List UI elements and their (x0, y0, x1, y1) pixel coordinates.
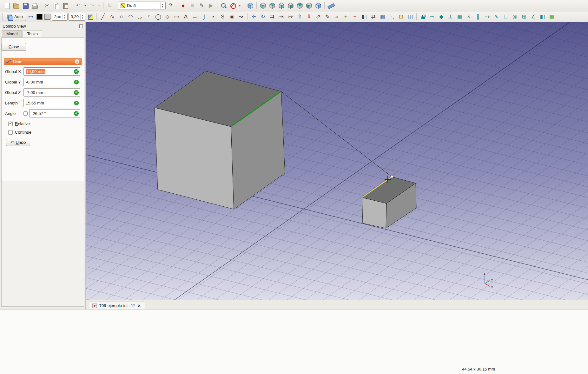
3d-viewport[interactable]: z Y x (86, 22, 588, 300)
close-document-icon[interactable] (137, 304, 142, 308)
draft-shape2dview-button[interactable]: ◧ (360, 13, 368, 21)
open-file-button[interactable] (12, 2, 20, 10)
draft-add-point-button[interactable]: + (341, 13, 350, 21)
draft-bezier-button[interactable]: ↝ (237, 13, 245, 21)
line-width-spinner[interactable]: 2px (52, 13, 68, 21)
toggle-construction-button[interactable]: ⊶ (27, 13, 35, 21)
draft-line-button[interactable]: ╱ (99, 13, 107, 21)
refresh-button[interactable]: ↻ (105, 2, 114, 10)
global-x-input[interactable]: 14,00 mm (23, 67, 80, 76)
draft-move-button[interactable]: ✛ (249, 13, 258, 21)
global-y-input[interactable]: -0,00 mm (23, 78, 80, 86)
snap-parallel-button[interactable]: ∥ (474, 13, 482, 21)
view-isometric-button[interactable] (246, 2, 254, 10)
draft-ellipse-button[interactable]: ◯ (154, 13, 162, 21)
snap-midpoint-button[interactable]: ◆ (437, 13, 446, 21)
view-rear-button[interactable] (286, 2, 295, 10)
draft-polyline-button[interactable]: ∿ (108, 13, 116, 21)
save-button[interactable] (21, 2, 30, 10)
draw-style-dropdown[interactable]: ▾ (238, 2, 242, 10)
draft-upgrade-button[interactable]: ⇧ (295, 13, 304, 21)
draft-wire-to-bspline-button[interactable]: ≈ (332, 13, 341, 21)
snap-extension-button[interactable]: ⇢ (483, 13, 492, 21)
whats-this-button[interactable]: ? (166, 2, 175, 10)
draft-rectangle-button[interactable]: ▭ (172, 13, 181, 21)
draft-array-button[interactable]: ▦ (378, 13, 387, 21)
draft-point-button[interactable]: • (209, 13, 218, 21)
global-z-input[interactable]: -7,00 mm (23, 88, 80, 97)
view-axonometric-button[interactable] (314, 2, 322, 10)
snap-perpendicular-button[interactable]: ⊥ (446, 13, 455, 21)
macro-record-button[interactable]: ● (179, 2, 188, 10)
zoom-fit-button[interactable] (219, 2, 228, 10)
close-button[interactable]: Close (2, 43, 26, 51)
snap-dimensions-button[interactable]: ⊞ (520, 13, 528, 21)
snap-lock-button[interactable] (419, 13, 427, 21)
undo-dropdown[interactable]: ▾ (83, 2, 87, 10)
draft-clone-button[interactable]: ⊡ (397, 13, 405, 21)
draft-to-sketch-button[interactable]: ⇄ (369, 13, 378, 21)
snap-center-button[interactable]: ◎ (511, 13, 519, 21)
draft-rotate-button[interactable]: ↻ (259, 13, 267, 21)
draft-scale-button[interactable]: ⇗ (314, 13, 322, 21)
view-bottom-button[interactable] (295, 2, 304, 10)
new-file-button[interactable] (3, 2, 11, 10)
collapse-icon[interactable] (75, 59, 79, 64)
continue-checkbox[interactable] (8, 130, 13, 135)
snap-working-plane-button[interactable]: ◧ (538, 13, 547, 21)
length-input[interactable]: 15,65 mm (23, 99, 80, 107)
tab-tasks[interactable]: Tasks (23, 30, 42, 37)
copy-button[interactable] (52, 2, 61, 10)
draft-shapestring-button[interactable]: S (218, 13, 227, 21)
line-task-header[interactable]: Line (4, 58, 82, 65)
snap-ortho-button[interactable]: ∟ (501, 13, 510, 21)
draft-arc-3points-button[interactable]: ◡ (135, 13, 144, 21)
face-color-swatch[interactable] (44, 14, 50, 20)
macro-edit-button[interactable]: ✎ (197, 2, 206, 10)
draft-downgrade-button[interactable]: ⇩ (305, 13, 313, 21)
viewport-canvas[interactable]: z Y x (86, 22, 588, 300)
undo-task-button[interactable]: Undo (6, 139, 30, 146)
text-scale-spinner[interactable]: 0,20 (68, 13, 85, 21)
draft-bspline-button[interactable]: ∫ (200, 13, 208, 21)
dock-float-icon[interactable] (79, 24, 83, 28)
draft-arc-button[interactable]: ◠ (126, 13, 135, 21)
draft-stretch-button[interactable]: ↦ (286, 13, 295, 21)
redo-dropdown[interactable]: ▾ (97, 2, 101, 10)
draft-trimex-button[interactable]: ⇥ (277, 13, 286, 21)
draft-facebinder-button[interactable]: ▣ (228, 13, 236, 21)
draft-dimension-button[interactable]: ↔ (191, 13, 199, 21)
view-top-button[interactable] (268, 2, 276, 10)
draft-edit-button[interactable]: ✎ (323, 13, 332, 21)
snap-grid-button[interactable]: ▦ (455, 13, 464, 21)
draft-remove-point-button[interactable]: − (351, 13, 359, 21)
angle-checkbox[interactable] (23, 111, 28, 116)
print-button[interactable] (30, 2, 39, 10)
paste-button[interactable] (61, 2, 70, 10)
snap-intersection-button[interactable]: × (465, 13, 473, 21)
draft-circle-button[interactable]: ○ (117, 13, 126, 21)
redo-button[interactable]: ↷ (88, 2, 96, 10)
snap-angle-button[interactable]: ∠ (529, 13, 538, 21)
draw-style-button[interactable] (228, 2, 237, 10)
angle-input[interactable]: -26,57 ° (29, 109, 80, 117)
macro-stop-button[interactable]: ■ (188, 2, 197, 10)
snap-toggle-grid-button[interactable]: ▦ (547, 13, 556, 21)
measure-button[interactable] (327, 2, 335, 10)
draft-offset-button[interactable]: ⇉ (268, 13, 276, 21)
snap-endpoint-button[interactable]: ⊸ (428, 13, 436, 21)
document-tab[interactable]: T09-ejemplo-ini : 1* (89, 302, 145, 309)
text-scale-spinner-arrows[interactable] (80, 14, 84, 20)
relative-checkbox[interactable] (8, 122, 13, 126)
draft-path-array-button[interactable]: ⋱ (387, 13, 396, 21)
line-width-spinner-arrows[interactable] (63, 14, 67, 20)
apply-style-button[interactable] (86, 13, 95, 21)
auto-group-button[interactable]: Auto (3, 13, 26, 21)
draft-mirror-button[interactable]: ◫ (406, 13, 414, 21)
macro-play-button[interactable]: ▶ (207, 2, 215, 10)
line-color-swatch[interactable] (36, 14, 43, 20)
workbench-selector[interactable]: Draft (118, 2, 166, 10)
tab-model[interactable]: Model (2, 30, 22, 37)
cut-button[interactable]: ✂ (43, 2, 51, 10)
view-right-button[interactable] (277, 2, 286, 10)
